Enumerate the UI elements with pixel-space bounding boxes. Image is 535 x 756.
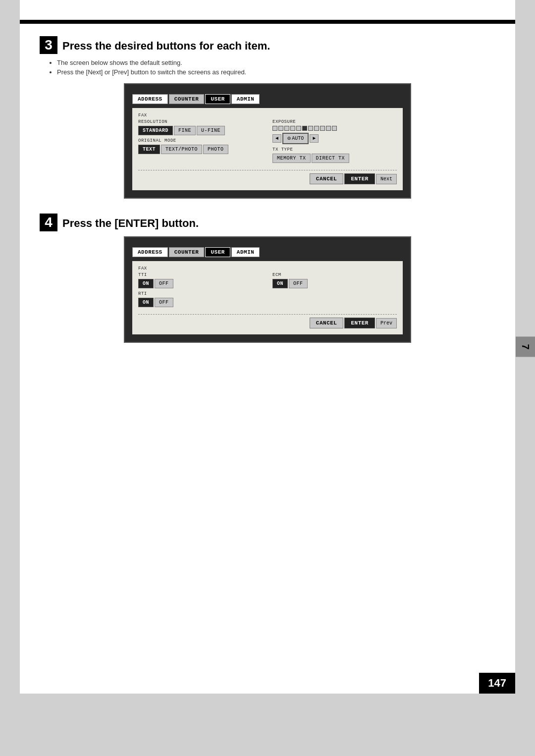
cancel-button-2[interactable]: CANCEL [310,318,344,328]
btn-tti-on[interactable]: ON [138,279,154,288]
screen-2-main-row: TTI ON OFF RTI ON OFF ECM [138,272,397,310]
dot-10 [326,126,331,131]
side-tab: 7 [516,336,535,357]
page-number-badge: 147 [479,673,515,694]
auto-label: AUTO [292,136,304,141]
btn-ecm-off[interactable]: OFF [289,279,308,288]
exposure-label: EXPOSURE [272,119,397,124]
tab-counter-2[interactable]: COUNTER [169,247,205,257]
screen-1-left: RESOLUTION STANDARD FINE U-FINE ORIGINAL… [138,119,263,166]
dot-11 [332,126,337,131]
btn-tti-off[interactable]: OFF [155,279,173,288]
tab-bar-1: ADDRESS COUNTER USER ADMIN [132,94,403,104]
btn-memory-tx[interactable]: MEMORY TX [272,154,311,163]
step-4-section: 4 Press the [ENTER] button. ADDRESS COUN… [40,214,495,343]
prev-button-2[interactable]: Prev [376,318,397,328]
auto-icon: ⊙ [287,135,291,142]
dot-7 [308,126,313,131]
action-bar-1: CANCEL ENTER Next [138,170,397,184]
btn-photo[interactable]: PHOTO [203,145,228,154]
btn-standard[interactable]: STANDARD [138,126,173,135]
dot-2 [278,126,283,131]
exposure-auto-btn[interactable]: ⊙ AUTO [282,133,309,144]
btn-ecm-on[interactable]: ON [272,279,288,288]
fax-label-2: FAX [138,266,397,271]
exposure-left-btn[interactable]: ◄ [272,134,281,143]
fax-label-1: FAX [138,113,397,118]
dot-6 [302,126,307,131]
exposure-dots [272,126,397,131]
tab-address-1[interactable]: ADDRESS [132,94,168,104]
btn-ufine[interactable]: U-FINE [197,126,225,135]
btn-text-photo[interactable]: TEXT/PHOTO [161,145,202,154]
step-4-title: Press the [ENTER] button. [62,217,199,230]
btn-rti-on[interactable]: ON [138,298,154,307]
dot-8 [314,126,319,131]
tab-counter-1[interactable]: COUNTER [169,94,205,104]
tab-address-2[interactable]: ADDRESS [132,247,168,257]
dot-5 [296,126,301,131]
screen-1-main-row: RESOLUTION STANDARD FINE U-FINE ORIGINAL… [138,119,397,166]
original-mode-label: ORIGINAL MODE [138,138,263,143]
screen-2-panel: ADDRESS COUNTER USER ADMIN FAX TTI ON OF… [124,236,411,343]
dot-3 [284,126,289,131]
btn-rti-off[interactable]: OFF [155,298,173,307]
rti-buttons: ON OFF [138,298,263,307]
dot-9 [320,126,325,131]
tx-type-label: TX TYPE [272,147,397,152]
tab-admin-2[interactable]: ADMIN [231,247,260,257]
exposure-controls: ◄ ⊙ AUTO ► [272,133,397,144]
tti-buttons: ON OFF [138,279,263,288]
screen-2-left: TTI ON OFF RTI ON OFF [138,272,263,310]
ecm-buttons: ON OFF [272,279,397,288]
btn-direct-tx[interactable]: DIRECT TX [312,154,350,163]
step-3-number: 3 [40,36,57,54]
dot-4 [290,126,295,131]
tab-admin-1[interactable]: ADMIN [231,94,260,104]
next-button-1[interactable]: Next [376,174,397,184]
exposure-right-btn[interactable]: ► [310,134,319,143]
ecm-label: ECM [272,272,397,277]
tx-type-buttons: MEMORY TX DIRECT TX [272,154,397,163]
screen-2-inner: FAX TTI ON OFF RTI ON OFF [132,261,403,334]
original-mode-buttons: TEXT TEXT/PHOTO PHOTO [138,145,263,154]
bullet-1: The screen below shows the default setti… [57,59,495,66]
step-4-header: 4 Press the [ENTER] button. [40,214,495,231]
dot-1 [272,126,277,131]
cancel-button-1[interactable]: CANCEL [310,173,344,184]
screen-1-panel: ADDRESS COUNTER USER ADMIN FAX RESOLUTIO… [124,83,411,199]
step-3-title: Press the desired buttons for each item. [62,40,270,53]
resolution-label: RESOLUTION [138,119,263,124]
rti-label: RTI [138,291,263,296]
action-bar-2: CANCEL ENTER Prev [138,314,397,328]
tti-label: TTI [138,272,263,277]
screen-2-right: ECM ON OFF [263,272,397,310]
screen-1-right: EXPOSURE [263,119,397,166]
resolution-buttons: STANDARD FINE U-FINE [138,126,263,135]
screen-1-inner: FAX RESOLUTION STANDARD FINE U-FINE ORIG… [132,108,403,190]
btn-text[interactable]: TEXT [138,145,160,154]
enter-button-2[interactable]: ENTER [344,318,375,328]
bullet-2: Press the [Next] or [Prev] button to swi… [57,68,495,76]
step-3-bullets: The screen below shows the default setti… [50,59,495,76]
step-3-header: 3 Press the desired buttons for each ite… [40,36,495,54]
tab-user-1[interactable]: USER [205,94,230,104]
tab-bar-2: ADDRESS COUNTER USER ADMIN [132,247,403,257]
tab-user-2[interactable]: USER [205,247,230,257]
btn-fine[interactable]: FINE [174,126,196,135]
step-4-number: 4 [40,214,57,231]
enter-button-1[interactable]: ENTER [344,173,375,184]
step-3-section: 3 Press the desired buttons for each ite… [40,36,495,199]
